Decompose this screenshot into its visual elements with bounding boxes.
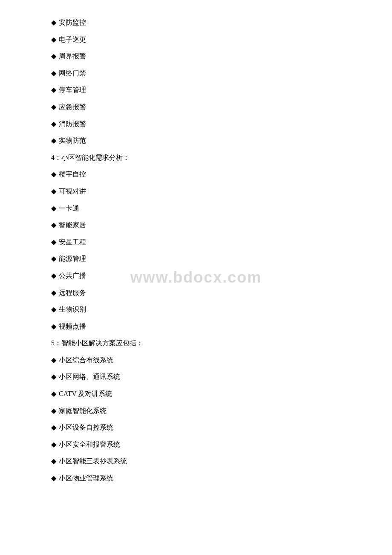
bullet-item-2-1: ◆可视对讲 <box>51 186 341 197</box>
diamond-icon: ◆ <box>51 119 56 130</box>
bullet-text: 家庭智能化系统 <box>59 405 107 416</box>
diamond-icon: ◆ <box>51 135 56 146</box>
bullet-item-0-7: ◆实物防范 <box>51 135 341 146</box>
diamond-icon: ◆ <box>51 237 56 248</box>
bullet-item-0-5: ◆应急报警 <box>51 101 341 113</box>
bullet-item-2-5: ◆能源管理 <box>51 253 341 264</box>
bullet-item-0-2: ◆周界报警 <box>51 51 341 62</box>
bullet-text: 周界报警 <box>59 51 86 62</box>
bullet-text: 小区安全和报警系统 <box>59 439 120 450</box>
bullet-item-2-9: ◆视频点播 <box>51 321 341 332</box>
bullet-text: 能源管理 <box>59 253 86 264</box>
diamond-icon: ◆ <box>51 253 56 264</box>
bullet-text: 消防报警 <box>59 119 86 130</box>
bullet-item-4-7: ◆小区物业管理系统 <box>51 473 341 484</box>
diamond-icon: ◆ <box>51 203 56 214</box>
bullet-item-0-3: ◆网络门禁 <box>51 68 341 79</box>
bullet-item-2-4: ◆安星工程 <box>51 237 341 248</box>
bullet-item-2-7: ◆远程服务 <box>51 287 341 298</box>
bullet-item-4-2: ◆CATV 及对讲系统 <box>51 388 341 399</box>
diamond-icon: ◆ <box>51 371 56 382</box>
bullet-item-4-5: ◆小区安全和报警系统 <box>51 439 341 450</box>
bullet-text: 停车管理 <box>59 84 86 95</box>
bullet-item-4-6: ◆小区智能三表抄表系统 <box>51 456 341 467</box>
bullet-text: 电子巡更 <box>59 34 86 45</box>
diamond-icon: ◆ <box>51 17 56 28</box>
bullet-item-2-3: ◆智能家居 <box>51 220 341 231</box>
diamond-icon: ◆ <box>51 68 56 79</box>
bullet-item-2-2: ◆一卡通 <box>51 203 341 214</box>
bullet-item-0-4: ◆停车管理 <box>51 84 341 95</box>
diamond-icon: ◆ <box>51 355 56 366</box>
bullet-item-4-1: ◆小区网络、通讯系统 <box>51 371 341 382</box>
bullet-item-4-4: ◆小区设备自控系统 <box>51 422 341 433</box>
main-content: www.bdocx.com ◆安防监控◆电子巡更◆周界报警◆网络门禁◆停车管理◆… <box>51 17 341 484</box>
bullet-text: CATV 及对讲系统 <box>59 388 112 399</box>
diamond-icon: ◆ <box>51 456 56 467</box>
bullet-text: 生物识别 <box>59 304 86 315</box>
diamond-icon: ◆ <box>51 473 56 484</box>
bullet-text: 视频点播 <box>59 321 86 332</box>
bullet-text: 安防监控 <box>59 17 86 28</box>
bullet-text: 应急报警 <box>59 101 86 113</box>
bullet-text: 小区综合布线系统 <box>59 355 113 366</box>
bullet-text: 小区网络、通讯系统 <box>59 371 120 382</box>
bullet-text: 安星工程 <box>59 237 86 248</box>
bullet-item-4-0: ◆小区综合布线系统 <box>51 355 341 366</box>
bullet-item-2-8: ◆生物识别 <box>51 304 341 315</box>
diamond-icon: ◆ <box>51 439 56 450</box>
bullet-text: 一卡通 <box>59 203 79 214</box>
bullet-text: 小区智能三表抄表系统 <box>59 456 127 467</box>
bullet-text: 智能家居 <box>59 220 86 231</box>
bullet-text: 小区物业管理系统 <box>59 473 113 484</box>
diamond-icon: ◆ <box>51 220 56 231</box>
diamond-icon: ◆ <box>51 270 56 281</box>
diamond-icon: ◆ <box>51 101 56 113</box>
bullet-item-2-0: ◆楼宇自控 <box>51 169 341 180</box>
diamond-icon: ◆ <box>51 388 56 399</box>
bullet-item-0-1: ◆电子巡更 <box>51 34 341 45</box>
diamond-icon: ◆ <box>51 304 56 315</box>
bullet-text: 可视对讲 <box>59 186 86 197</box>
diamond-icon: ◆ <box>51 287 56 298</box>
bullet-text: 远程服务 <box>59 287 86 298</box>
diamond-icon: ◆ <box>51 186 56 197</box>
section-header-1: 4：小区智能化需求分析： <box>51 152 341 163</box>
diamond-icon: ◆ <box>51 34 56 45</box>
diamond-icon: ◆ <box>51 321 56 332</box>
bullet-text: 网络门禁 <box>59 68 86 79</box>
diamond-icon: ◆ <box>51 405 56 416</box>
diamond-icon: ◆ <box>51 84 56 95</box>
bullet-text: 楼宇自控 <box>59 169 86 180</box>
bullet-item-0-0: ◆安防监控 <box>51 17 341 28</box>
diamond-icon: ◆ <box>51 169 56 180</box>
diamond-icon: ◆ <box>51 51 56 62</box>
bullet-text: 小区设备自控系统 <box>59 422 113 433</box>
diamond-icon: ◆ <box>51 422 56 433</box>
bullet-text: 实物防范 <box>59 135 86 146</box>
section-header-3: 5：智能小区解决方案应包括： <box>51 338 341 349</box>
bullet-text: 公共广播 <box>59 270 86 281</box>
bullet-item-2-6: ◆公共广播 <box>51 270 341 281</box>
bullet-item-4-3: ◆家庭智能化系统 <box>51 405 341 416</box>
bullet-item-0-6: ◆消防报警 <box>51 119 341 130</box>
